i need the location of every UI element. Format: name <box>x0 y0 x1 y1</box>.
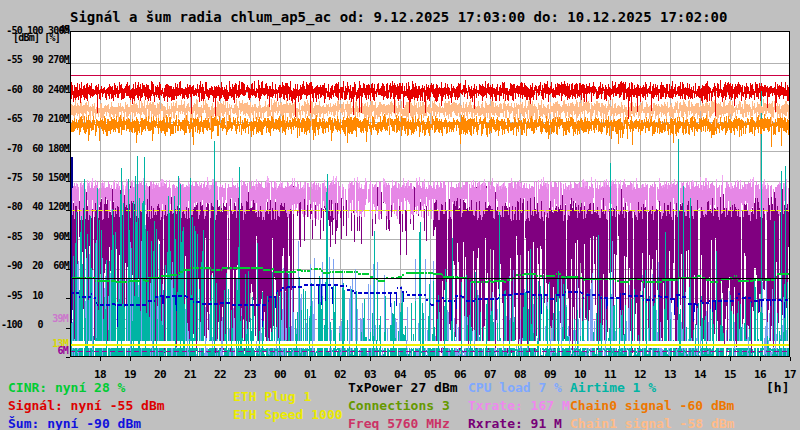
legend-chain0: Chain0 signal -60 dBm <box>570 398 734 413</box>
x-axis-tick <box>130 357 131 361</box>
legend-eth-speed: ETH Speed 1000 <box>233 407 343 422</box>
legend-cpu-load: CPU load 7 % <box>468 380 562 395</box>
legend-txrate: Txrate: 167 M <box>468 398 570 413</box>
y-axis-tick <box>66 239 70 240</box>
x-axis-tick <box>310 357 311 361</box>
x-axis-tick <box>490 357 491 361</box>
y-axis-row-label: -60 80 240M <box>1 84 69 95</box>
rate-marker-label: 6M <box>0 345 68 356</box>
signal-noise-chart <box>70 31 790 357</box>
legend-txpower: TxPower 27 dBm <box>348 380 458 395</box>
x-axis-hour-label: 20 <box>149 368 171 381</box>
y-axis-tick <box>66 92 70 93</box>
legend-signal: Signál: nyní -55 dBm <box>8 398 165 413</box>
x-axis-tick <box>520 357 521 361</box>
y-axis-row-label: -50 100 300M <box>1 25 69 36</box>
y-axis-row-label: -95 10 <box>1 290 43 301</box>
y-axis-row-label: -90 20 60M <box>1 260 69 271</box>
x-axis-tick <box>670 357 671 361</box>
y-axis-tick <box>66 210 70 211</box>
y-axis-row-label: -55 90 270M <box>1 54 69 65</box>
y-axis-row-label: -70 60 180M <box>1 143 69 154</box>
x-axis-tick <box>160 357 161 361</box>
y-axis-tick <box>66 328 70 329</box>
x-axis-hour-label: 23 <box>239 368 261 381</box>
x-axis-tick <box>760 357 761 361</box>
x-axis-unit-label: [h] <box>766 380 789 395</box>
y-axis-tick <box>66 357 70 358</box>
x-axis-hour-label: 00 <box>269 368 291 381</box>
y-axis-tick <box>66 122 70 123</box>
x-axis-hour-label: 01 <box>299 368 321 381</box>
legend-noise: Šum: nyní -90 dBm <box>8 416 141 430</box>
x-axis-hour-label: 15 <box>719 368 741 381</box>
y-axis-tick <box>66 181 70 182</box>
x-axis-hour-label: 13 <box>659 368 681 381</box>
x-axis-tick <box>280 357 281 361</box>
x-axis-hour-label: 22 <box>209 368 231 381</box>
x-axis-tick <box>640 357 641 361</box>
x-axis-tick <box>430 357 431 361</box>
legend-connections: Connections 3 <box>348 398 450 413</box>
y-axis-row-label: -80 40 120M <box>1 201 69 212</box>
x-axis-tick <box>250 357 251 361</box>
x-axis-tick <box>370 357 371 361</box>
x-axis-tick <box>610 357 611 361</box>
rate-marker-label: 39M <box>0 313 68 324</box>
x-axis-tick <box>730 357 731 361</box>
legend-frequency: Freq 5760 MHz <box>348 416 450 430</box>
radio-signal-graph-window: Signál a šum radia chlum_ap5_ac od: 9.12… <box>0 0 800 430</box>
legend-eth-plug: ETH Plug 1 <box>233 389 311 404</box>
x-axis-tick <box>790 357 791 361</box>
y-axis-row-label: -85 30 90M <box>1 231 69 242</box>
x-axis-tick <box>400 357 401 361</box>
legend-airtime: Airtime 1 % <box>570 380 656 395</box>
y-axis-tick <box>66 151 70 152</box>
x-axis-hour-label: 21 <box>179 368 201 381</box>
y-axis-tick <box>66 63 70 64</box>
y-axis-tick <box>66 298 70 299</box>
y-axis-row-label: -75 50 150M <box>1 172 69 183</box>
x-axis-tick <box>700 357 701 361</box>
x-axis-tick <box>580 357 581 361</box>
legend-chain1: Chain1 signal -58 dBm <box>570 416 734 430</box>
x-axis-tick <box>460 357 461 361</box>
legend-rxrate: Rxrate: 91 M <box>468 416 562 430</box>
x-axis-tick <box>190 357 191 361</box>
page-title: Signál a šum radia chlum_ap5_ac od: 9.12… <box>70 9 727 25</box>
legend-cinr: CINR: nyní 28 % <box>8 380 125 395</box>
x-axis-tick <box>550 357 551 361</box>
x-axis-tick <box>220 357 221 361</box>
y-axis-tick <box>66 269 70 270</box>
x-axis-tick <box>100 357 101 361</box>
y-axis-row-label: -65 70 210M <box>1 113 69 124</box>
x-axis-tick <box>340 357 341 361</box>
x-axis-hour-label: 14 <box>689 368 711 381</box>
